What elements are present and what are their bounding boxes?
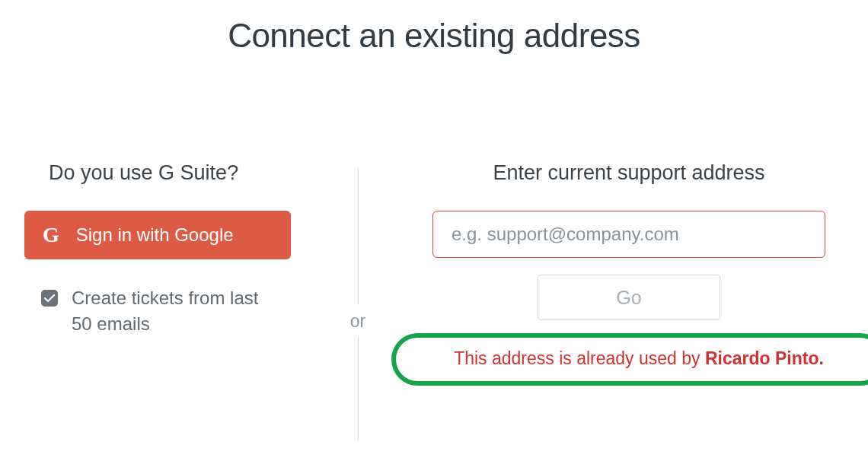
support-address-heading: Enter current support address	[432, 161, 825, 185]
error-user-name: Ricardo Pinto.	[705, 348, 824, 368]
create-tickets-checkbox[interactable]	[41, 290, 58, 307]
create-tickets-checkbox-row: Create tickets from last 50 emails	[24, 285, 350, 336]
sign-in-google-button[interactable]: G Sign in with Google	[24, 211, 291, 259]
gsuite-heading: Do you use G Suite?	[24, 161, 350, 185]
error-message-callout: This address is already used by Ricardo …	[391, 333, 868, 386]
right-column: Enter current support address Go This ad…	[350, 161, 868, 320]
create-tickets-label: Create tickets from last 50 emails	[72, 285, 270, 336]
google-g-icon: G	[43, 224, 59, 246]
page-title: Connect an existing address	[0, 0, 868, 55]
support-email-input[interactable]	[432, 211, 825, 258]
error-message: This address is already used by Ricardo …	[454, 348, 824, 368]
check-icon	[44, 294, 55, 303]
google-button-label: Sign in with Google	[76, 224, 234, 246]
columns-container: or Do you use G Suite? G Sign in with Go…	[0, 161, 868, 336]
left-column: Do you use G Suite? G Sign in with Googl…	[0, 161, 350, 336]
go-button[interactable]: Go	[538, 275, 720, 320]
error-prefix: This address is already used by	[454, 348, 705, 368]
